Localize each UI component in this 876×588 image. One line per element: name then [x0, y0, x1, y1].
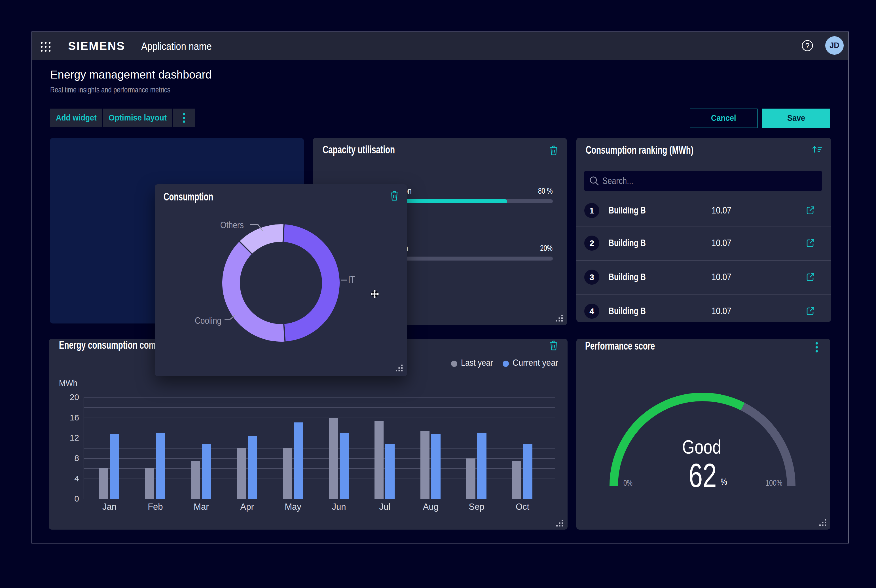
svg-text:?: ?: [806, 41, 809, 50]
